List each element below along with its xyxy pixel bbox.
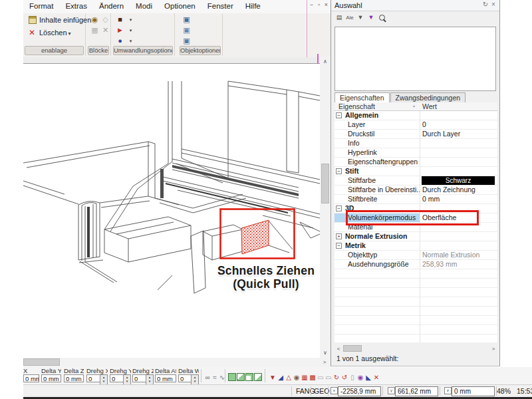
select-filter-icon[interactable]: ▤: [334, 13, 344, 22]
grid-horizontal-scrollbar[interactable]: < >: [334, 344, 497, 353]
restore-icon[interactable]: ▫: [316, 1, 322, 8]
object-option-1-icon[interactable]: ▣: [182, 15, 191, 24]
color-swatch-black[interactable]: Schwarz: [422, 176, 495, 185]
spinner-drehg-x[interactable]: ▴▾: [100, 374, 108, 385]
property-row-layer[interactable]: Layer0: [334, 120, 497, 130]
menu-format[interactable]: Format: [23, 0, 59, 10]
property-row-stiftbreite[interactable]: Stiftbreite0 mm: [334, 195, 497, 204]
minimize-icon[interactable]: −: [309, 1, 315, 8]
scroll-right-icon[interactable]: >: [320, 358, 329, 367]
grid-scroll-left-icon[interactable]: <: [334, 344, 342, 354]
property-row-normale-extrusion[interactable]: +Normale Extrusion: [334, 232, 497, 241]
property-value-info[interactable]: [420, 139, 497, 148]
menu-ändern[interactable]: Ändern: [93, 0, 130, 10]
property-row-ausdehnungsgröße[interactable]: Ausdehnungsgröße258,93 mm: [334, 260, 497, 269]
horizontal-scroll-thumb[interactable]: [23, 358, 60, 366]
ale-icon[interactable]: Ale: [345, 13, 354, 22]
grid-scroll-thumb[interactable]: [343, 345, 362, 352]
property-row-info[interactable]: Info: [334, 139, 497, 148]
link-icon[interactable]: ∞: [204, 373, 211, 382]
selection-list[interactable]: [334, 27, 496, 91]
property-value-stiftfarbe-in-übereinsti-[interactable]: Durch Zeichnung: [420, 186, 497, 194]
canvas-vertical-scrollbar[interactable]: ∧ ∨: [320, 57, 331, 358]
field-input-x[interactable]: 0 mm: [23, 374, 39, 382]
field-input-delta-z[interactable]: 0 mm: [64, 374, 84, 382]
property-row-stiftfarbe[interactable]: StiftfarbeSchwarz: [334, 176, 497, 186]
magnifier-icon[interactable]: [377, 13, 386, 22]
vertical-scroll-thumb[interactable]: [321, 164, 329, 203]
explode-block-icon[interactable]: ✕: [101, 26, 110, 35]
group-tool-icon[interactable]: ◉: [293, 373, 301, 382]
menu-modi[interactable]: Modi: [130, 0, 158, 10]
array-tool-icon[interactable]: ▦: [301, 373, 309, 382]
convert-arrow-icon[interactable]: ►: [116, 26, 124, 35]
property-value-stiftfarbe[interactable]: Schwarz: [420, 176, 497, 185]
column-eigenschaft[interactable]: Eigenschaft: [338, 102, 375, 110]
object-option-3-icon[interactable]: ▣: [182, 37, 191, 45]
panel-close-icon[interactable]: ×: [489, 1, 497, 8]
object-option-2-icon[interactable]: ▣: [182, 26, 191, 35]
filter-tool-icon[interactable]: ▼: [269, 373, 277, 382]
field-input-drehg-y[interactable]: 0: [110, 374, 124, 382]
panel-header[interactable]: Auswahl ↻×: [331, 0, 499, 11]
property-row-stiftfarbe-in-übereinsti-[interactable]: Stiftfarbe in Übereinsti...Durch Zeichnu…: [334, 186, 497, 195]
scroll-up-icon[interactable]: ∧: [321, 57, 330, 66]
field-input-delta-w[interactable]: 0: [178, 374, 192, 382]
delete-button[interactable]: ✕Löschen▾: [29, 28, 71, 37]
property-value-stiftbreite[interactable]: 0 mm: [420, 195, 497, 203]
property-value-ausdehnungsgröße[interactable]: 258,93 mm: [420, 260, 497, 269]
menu-hilfe[interactable]: Hilfe: [239, 0, 267, 10]
box-tool-icon[interactable]: ▯: [348, 373, 356, 382]
edit-select-node-icon-icon[interactable]: [254, 373, 262, 381]
revert-tool-icon[interactable]: ↺: [340, 373, 348, 382]
property-value-hyperlink[interactable]: [420, 148, 497, 157]
chevron-down-icon[interactable]: ▾: [126, 26, 135, 35]
edit-select-icon-icon[interactable]: [228, 373, 236, 381]
drawing-canvas[interactable]: Schnelles Ziehen (Quick Pull): [23, 64, 320, 358]
property-row-eigenschaftengruppen[interactable]: Eigenschaftengruppen: [334, 158, 497, 167]
field-input-delta-at[interactable]: 0 mm: [155, 374, 176, 382]
node-edit-icon[interactable]: ∿: [219, 373, 225, 382]
grid-scroll-right-icon[interactable]: >: [489, 344, 497, 354]
insert-block-icon[interactable]: ◇: [101, 15, 110, 24]
edit-block-icon[interactable]: ▦: [90, 26, 99, 35]
create-block-icon[interactable]: ◉: [90, 15, 99, 24]
property-value-objekttyp[interactable]: Normale Extrusion: [420, 251, 497, 259]
menu-fenster[interactable]: Fenster: [201, 0, 239, 10]
frame-tool-icon[interactable]: ▭: [317, 373, 325, 382]
property-grid-header[interactable]: Eigenschaft ▴ Wert: [334, 102, 497, 111]
spinner-drehg-z[interactable]: ▴▾: [146, 374, 154, 385]
spinner-delta-w[interactable]: ▴▾: [191, 374, 199, 385]
clear-tool-icon[interactable]: ✕: [372, 373, 380, 382]
snap-vertex-icon[interactable]: ◢: [277, 373, 285, 382]
tab-zwangsbedingungen[interactable]: Zwangsbedingungen: [390, 92, 466, 102]
property-row-objekttyp[interactable]: ObjekttypNormale Extrusion: [334, 251, 497, 260]
pattern-tool-icon[interactable]: ▩: [309, 373, 317, 382]
tab-eigenschaften[interactable]: Eigenschaften: [334, 92, 390, 102]
snap-mode-label[interactable]: FANG: [296, 387, 315, 395]
frame2-tool-icon[interactable]: ▭: [325, 373, 332, 382]
column-wert[interactable]: Wert: [422, 102, 437, 110]
property-value-druckstil[interactable]: Durch Layer: [420, 130, 497, 138]
pin-icon[interactable]: ↻: [481, 1, 489, 8]
grid-column-divider[interactable]: [420, 111, 420, 342]
coordinate-x[interactable]: -2258,9 mm: [338, 386, 381, 396]
snap-midpoint-icon[interactable]: △: [285, 373, 293, 382]
scroll-down-icon[interactable]: ∨: [321, 348, 330, 358]
field-input-delta-y[interactable]: 0 mm: [41, 374, 61, 382]
edit-select-open-icon-icon[interactable]: [245, 373, 253, 381]
coordinate-y[interactable]: 661,62 mm: [395, 386, 438, 396]
canvas-horizontal-scrollbar[interactable]: >: [23, 358, 331, 367]
convert-solid-icon[interactable]: ■: [116, 15, 124, 24]
edit-select-add-icon-icon[interactable]: [237, 373, 245, 381]
property-row-allgemein[interactable]: −Allgemein: [334, 111, 497, 120]
field-input-drehg-z[interactable]: 0: [132, 374, 146, 382]
property-row-stift[interactable]: −Stift: [334, 167, 497, 176]
coordinate-z[interactable]: 0 mm: [452, 386, 495, 396]
link-break-icon[interactable]: ≈: [211, 373, 218, 382]
property-row-hyperlink[interactable]: Hyperlink: [334, 148, 497, 158]
wheel-tool-icon[interactable]: ◉: [356, 373, 364, 382]
menu-optionen[interactable]: Optionen: [158, 0, 201, 10]
chevron-down-icon[interactable]: ▾: [126, 15, 135, 24]
menu-extras[interactable]: Extras: [59, 0, 93, 10]
